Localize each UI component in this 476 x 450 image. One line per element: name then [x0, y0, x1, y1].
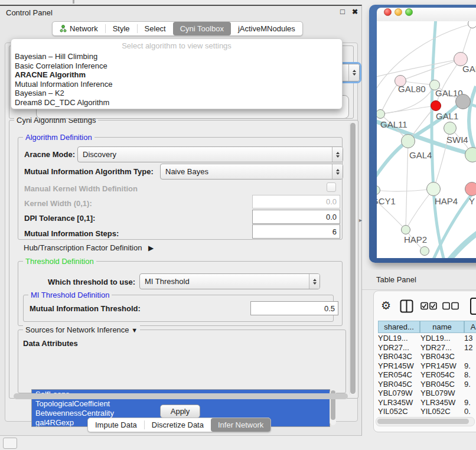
new-table-icon[interactable]: [470, 298, 476, 315]
network-node-gal1[interactable]: [444, 122, 457, 135]
algorithm-option[interactable]: Bayesian – K2: [11, 89, 342, 98]
header-label: name: [432, 322, 452, 331]
table-row[interactable]: YLR345WYLR345W9.: [378, 398, 476, 407]
table-row[interactable]: YIL052CYIL052C0.: [378, 407, 476, 414]
select-all-checkboxes-icon[interactable]: [420, 302, 438, 310]
table-hscrollbar[interactable]: [376, 417, 475, 426]
mi-steps-field[interactable]: 6: [252, 224, 340, 239]
node-label: GAL11: [380, 119, 407, 129]
settings-hscrollbar[interactable]: [14, 393, 348, 399]
table-cell: YDR27...: [420, 343, 464, 353]
table-row[interactable]: YDL19...YDL19...13: [378, 334, 476, 343]
network-node[interactable]: [455, 94, 471, 109]
network-window-titlebar[interactable]: [377, 8, 476, 21]
close-traffic-light[interactable]: [384, 8, 392, 16]
column-header-clipped[interactable]: A: [464, 321, 476, 333]
manual-kernel-checkbox[interactable]: [327, 182, 336, 192]
algorithm-option[interactable]: Dream8 DC_TDC Algorithm: [11, 98, 342, 107]
network-canvas[interactable]: GALGAL80GAL10GAL1GAL11SWI4GAL4GCY1HAP4YH…: [377, 21, 476, 258]
network-node-y[interactable]: [465, 182, 476, 196]
network-node-hap2[interactable]: [401, 225, 410, 234]
table-cell: YBL079W: [420, 389, 464, 398]
dpi-tolerance-value: 0.0: [326, 213, 337, 221]
table-panel-titlebar: Table Panel: [362, 270, 476, 290]
algorithm-option[interactable]: Mutual Information Inference: [11, 80, 342, 89]
bottom-tab-discretize-data[interactable]: Discretize Data: [145, 418, 211, 432]
network-node[interactable]: [431, 100, 441, 111]
data-attributes-label: Data Attributes: [23, 339, 78, 348]
table-cell: YBR043C: [378, 352, 420, 361]
which-threshold-label: Which threshold to use:: [48, 278, 135, 286]
table-cell: YPR145W: [378, 361, 420, 371]
algorithm-option[interactable]: Bayesian – Hill Climbing: [11, 52, 342, 61]
network-node[interactable]: [468, 21, 476, 28]
tab-style[interactable]: Style: [106, 22, 137, 35]
table-row[interactable]: YPR145WYPR145W9.: [378, 361, 476, 371]
mi-type-label: Mutual Information Algorithm Type:: [24, 167, 154, 176]
settings-scrollbar-thumb[interactable]: [350, 123, 356, 394]
column-browser-icon[interactable]: [400, 299, 413, 313]
table-cell: [464, 352, 476, 361]
hub-definition-expander[interactable]: Hub/Transcription Factor Definition ▶: [24, 243, 154, 252]
algorithm-option[interactable]: ARACNE Algorithm: [11, 70, 342, 80]
algorithm-list: Bayesian – Hill ClimbingBasic Correlatio…: [11, 52, 342, 107]
algorithm-option[interactable]: Basic Correlation Inference: [11, 61, 342, 71]
table-cell: 0.: [464, 407, 476, 414]
network-tab-icon: [60, 25, 67, 32]
table-panel-title: Table Panel: [376, 275, 416, 284]
mi-steps-value: 6: [332, 227, 337, 236]
application-window: Control Panel □ ✖ NetworkStyleSelectCyni…: [0, 0, 476, 450]
column-header-name[interactable]: name: [420, 321, 464, 333]
table-row[interactable]: YBL079WYBL079W: [378, 389, 476, 398]
settings-scrollbar[interactable]: [349, 122, 356, 395]
tab-label: Infer Network: [218, 420, 263, 429]
tab-jactivemnodules[interactable]: jActiveMNodules: [231, 22, 302, 35]
table-cell: 12: [464, 343, 476, 353]
table-row[interactable]: YDR27...YDR27...12: [378, 343, 476, 353]
zoom-traffic-light[interactable]: [405, 8, 413, 16]
network-node-swi4[interactable]: [465, 147, 476, 162]
tab-cyni-toolbox[interactable]: Cyni Toolbox: [173, 22, 231, 35]
aracne-mode-value: Discovery: [83, 150, 116, 159]
sources-group-title[interactable]: Sources for Network Inference ▼: [23, 325, 140, 335]
mi-threshold-field[interactable]: 0.5: [250, 301, 338, 315]
tab-label: Cyni Toolbox: [180, 24, 224, 33]
column-header-shared-name[interactable]: shared...: [378, 321, 420, 333]
mi-type-combobox[interactable]: Naive Bayes: [160, 164, 343, 180]
table-hscrollbar-thumb[interactable]: [377, 419, 469, 424]
apply-button[interactable]: Apply: [160, 405, 200, 418]
tab-network[interactable]: Network: [53, 22, 105, 35]
divider-arrow-icon[interactable]: ▸: [359, 217, 362, 223]
table-cell: YER054C: [420, 370, 464, 380]
table-row[interactable]: YER054CYER054C8.: [378, 370, 476, 380]
algorithm-dropdown-popup: Select algorithm to view settings Bayesi…: [11, 38, 343, 109]
node-table: YDL19...YDL19...13YDR27...YDR27...12YBR0…: [378, 334, 476, 414]
network-node-gal4[interactable]: [401, 134, 415, 148]
network-node-hap4[interactable]: [426, 182, 441, 196]
threshold-definition-group: Threshold Definition Which threshold to …: [18, 261, 343, 326]
kernel-width-field[interactable]: 0.0: [252, 195, 340, 208]
gear-icon[interactable]: ⚙: [381, 299, 391, 312]
control-panel-tabbar: NetworkStyleSelectCyni ToolboxjActiveMNo…: [52, 21, 303, 36]
which-threshold-combobox[interactable]: MI Threshold: [139, 273, 320, 289]
minimize-traffic-light[interactable]: [395, 8, 402, 16]
deselect-all-checkboxes-icon[interactable]: [442, 302, 460, 310]
float-window-icon[interactable]: □: [340, 8, 345, 16]
header-label: shared...: [384, 322, 414, 331]
table-row[interactable]: YBR043CYBR043C: [378, 352, 476, 361]
node-label: GAL1: [436, 111, 458, 121]
network-node[interactable]: [420, 246, 429, 256]
table-row[interactable]: YBR045CYBR045C9.: [378, 380, 476, 389]
threshold-definition-title: Threshold Definition: [23, 257, 96, 266]
bottom-tab-infer-network[interactable]: Infer Network: [211, 418, 270, 432]
bottom-left-button[interactable]: [3, 438, 17, 449]
aracne-mode-combobox[interactable]: Discovery: [77, 146, 343, 162]
table-cell: YLR345W: [378, 398, 420, 407]
mi-threshold-label: Mutual Information Threshold:: [30, 304, 141, 313]
tab-label: jActiveMNodules: [238, 24, 295, 33]
bottom-tab-impute-data[interactable]: Impute Data: [88, 418, 144, 432]
network-view-window[interactable]: GALGAL80GAL10GAL1GAL11SWI4GAL4GCY1HAP4YH…: [369, 5, 476, 263]
dpi-tolerance-field[interactable]: 0.0: [252, 210, 340, 224]
tab-select[interactable]: Select: [138, 22, 173, 35]
close-icon[interactable]: ✖: [352, 8, 358, 16]
